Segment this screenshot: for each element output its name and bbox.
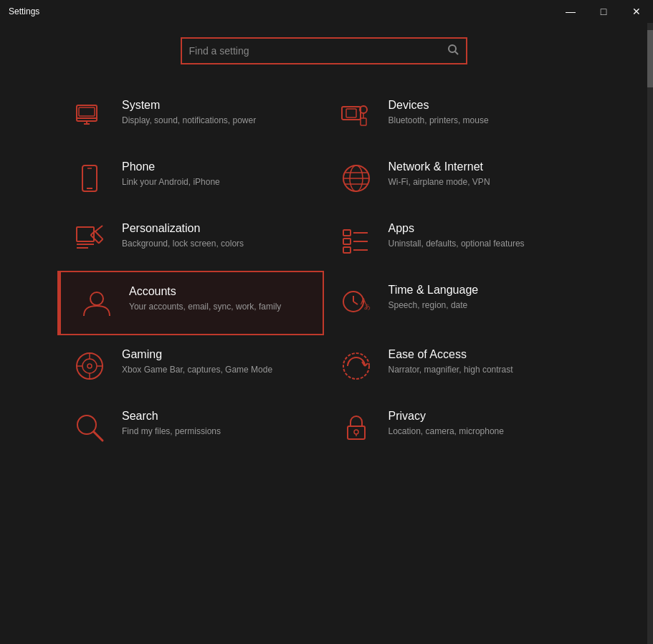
svg-point-50 xyxy=(354,430,358,434)
svg-rect-12 xyxy=(82,165,97,191)
setting-item-apps[interactable]: Apps Uninstall, defaults, optional featu… xyxy=(324,209,591,271)
accounts-desc: Your accounts, email, sync, work, family xyxy=(129,301,308,313)
minimize-button[interactable]: — xyxy=(554,0,587,23)
system-desc: Display, sound, notifications, power xyxy=(122,115,310,127)
svg-rect-49 xyxy=(348,426,365,439)
privacy-text: Privacy Location, camera, microphone xyxy=(389,410,576,438)
scrollbar-thumb[interactable] xyxy=(647,30,653,87)
personalization-title: Personalization xyxy=(122,222,310,235)
svg-line-34 xyxy=(353,302,358,304)
personalization-text: Personalization Background, lock screen,… xyxy=(122,222,310,250)
search-input[interactable] xyxy=(189,45,447,57)
system-title: System xyxy=(122,99,310,112)
gaming-icon xyxy=(72,348,108,384)
setting-item-devices[interactable]: Devices Bluetooth, printers, mouse xyxy=(324,86,591,148)
search-setting-text: Search Find my files, permissions xyxy=(122,410,310,438)
devices-title: Devices xyxy=(389,99,576,112)
settings-grid: System Display, sound, notifications, po… xyxy=(57,86,590,458)
accounts-icon xyxy=(79,285,115,321)
svg-text:あ: あ xyxy=(364,303,371,310)
time-desc: Speech, region, date xyxy=(389,299,576,312)
setting-item-network[interactable]: Network & Internet Wi-Fi, airplane mode,… xyxy=(324,148,591,209)
svg-rect-8 xyxy=(346,109,356,117)
svg-rect-27 xyxy=(343,247,351,253)
network-text: Network & Internet Wi-Fi, airplane mode,… xyxy=(389,160,576,188)
svg-rect-26 xyxy=(343,239,351,244)
highlight-bar xyxy=(59,272,61,334)
ease-title: Ease of Access xyxy=(389,348,576,361)
svg-rect-6 xyxy=(79,107,95,116)
search-setting-icon xyxy=(72,410,108,446)
phone-title: Phone xyxy=(122,160,310,173)
apps-title: Apps xyxy=(389,222,576,235)
network-title: Network & Internet xyxy=(389,160,576,173)
personalization-icon xyxy=(72,222,108,258)
scrollbar[interactable] xyxy=(647,23,653,644)
title-bar: Settings — □ ✕ xyxy=(0,0,653,23)
setting-item-phone[interactable]: Phone Link your Android, iPhone xyxy=(57,148,324,209)
privacy-title: Privacy xyxy=(389,410,576,423)
time-title: Time & Language xyxy=(389,284,576,297)
time-text: Time & Language Speech, region, date xyxy=(389,284,576,312)
setting-item-search[interactable]: Search Find my files, permissions xyxy=(57,397,324,458)
accounts-text: Accounts Your accounts, email, sync, wor… xyxy=(129,285,308,313)
svg-rect-10 xyxy=(361,118,366,125)
search-setting-title: Search xyxy=(122,410,310,423)
phone-text: Phone Link your Android, iPhone xyxy=(122,160,310,188)
app-title: Settings xyxy=(9,6,39,16)
devices-icon xyxy=(338,99,374,135)
ease-icon xyxy=(338,348,374,384)
setting-item-accounts[interactable]: Accounts Your accounts, email, sync, wor… xyxy=(57,271,324,335)
svg-point-0 xyxy=(449,45,456,52)
phone-icon xyxy=(72,160,108,196)
search-box[interactable] xyxy=(181,37,467,64)
close-button[interactable]: ✕ xyxy=(620,0,653,23)
svg-rect-25 xyxy=(343,230,351,236)
svg-line-1 xyxy=(455,52,458,54)
ease-desc: Narrator, magnifier, high contrast xyxy=(389,364,576,376)
personalization-desc: Background, lock screen, colors xyxy=(122,238,310,250)
apps-desc: Uninstall, defaults, optional features xyxy=(389,238,576,250)
setting-item-personalization[interactable]: Personalization Background, lock screen,… xyxy=(57,209,324,271)
privacy-desc: Location, camera, microphone xyxy=(389,426,576,438)
setting-item-time[interactable]: A あ Time & Language Speech, region, date xyxy=(324,271,591,335)
ease-text: Ease of Access Narrator, magnifier, high… xyxy=(389,348,576,376)
gaming-text: Gaming Xbox Game Bar, captures, Game Mod… xyxy=(122,348,310,376)
time-icon: A あ xyxy=(338,284,374,319)
accounts-title: Accounts xyxy=(129,285,308,298)
maximize-button[interactable]: □ xyxy=(587,0,620,23)
gaming-desc: Xbox Game Bar, captures, Game Mode xyxy=(122,364,310,376)
window-controls: — □ ✕ xyxy=(554,0,653,23)
setting-item-system[interactable]: System Display, sound, notifications, po… xyxy=(57,86,324,148)
setting-item-privacy[interactable]: Privacy Location, camera, microphone xyxy=(324,397,591,458)
search-setting-desc: Find my files, permissions xyxy=(122,426,310,438)
svg-line-48 xyxy=(94,432,103,441)
network-desc: Wi-Fi, airplane mode, VPN xyxy=(389,176,576,188)
privacy-icon xyxy=(338,410,374,446)
svg-point-31 xyxy=(90,292,103,305)
svg-point-43 xyxy=(87,364,92,368)
search-container xyxy=(57,23,590,86)
search-icon xyxy=(447,44,459,58)
svg-point-38 xyxy=(82,359,97,373)
apps-text: Apps Uninstall, defaults, optional featu… xyxy=(389,222,576,250)
network-icon xyxy=(338,160,374,196)
gaming-title: Gaming xyxy=(122,348,310,361)
devices-text: Devices Bluetooth, printers, mouse xyxy=(389,99,576,127)
main-content: System Display, sound, notifications, po… xyxy=(0,23,653,458)
svg-line-21 xyxy=(95,226,103,231)
setting-item-ease[interactable]: Ease of Access Narrator, magnifier, high… xyxy=(324,335,591,397)
devices-desc: Bluetooth, printers, mouse xyxy=(389,115,576,127)
setting-item-gaming[interactable]: Gaming Xbox Game Bar, captures, Game Mod… xyxy=(57,335,324,397)
system-text: System Display, sound, notifications, po… xyxy=(122,99,310,127)
apps-icon xyxy=(338,222,374,258)
system-icon xyxy=(72,99,108,135)
phone-desc: Link your Android, iPhone xyxy=(122,176,310,188)
